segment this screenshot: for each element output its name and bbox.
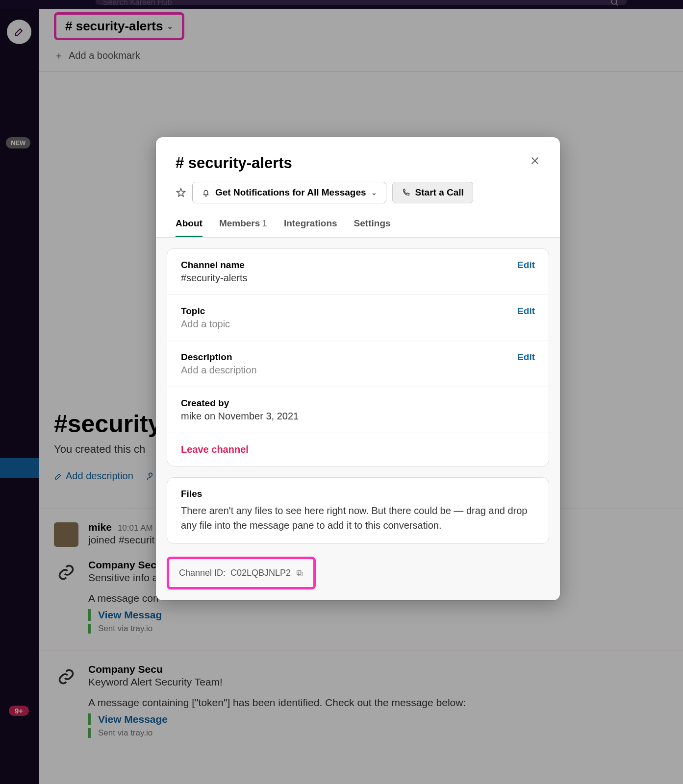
modal-tabs: About Members1 Integrations Settings (156, 213, 560, 238)
tab-integrations[interactable]: Integrations (284, 213, 337, 237)
edit-topic[interactable]: Edit (517, 306, 535, 317)
star-button[interactable] (176, 187, 186, 198)
channel-id-value: C02LQBJNLP2 (230, 568, 291, 578)
description-label: Description (181, 352, 535, 363)
description-placeholder: Add a description (181, 365, 535, 376)
topic-label: Topic (181, 306, 535, 317)
created-by-label: Created by (181, 398, 535, 409)
start-call-button[interactable]: Start a Call (392, 182, 473, 203)
files-label: Files (181, 489, 535, 499)
topic-section[interactable]: Topic Add a topic Edit (167, 294, 549, 341)
notifications-button[interactable]: Get Notifications for All Messages ⌄ (192, 182, 386, 203)
leave-channel-button[interactable]: Leave channel (181, 444, 249, 455)
created-by-section: Created by mike on November 3, 2021 (167, 387, 549, 433)
channel-details-modal: # security-alerts Get Notifications for … (156, 137, 560, 600)
start-call-label: Start a Call (415, 187, 464, 198)
channel-id-label: Channel ID: (179, 568, 226, 578)
channel-name-label: Channel name (181, 260, 535, 270)
close-icon (530, 155, 540, 166)
edit-channel-name[interactable]: Edit (517, 260, 535, 270)
edit-description[interactable]: Edit (517, 352, 535, 363)
tab-about[interactable]: About (176, 213, 202, 237)
leave-channel-section[interactable]: Leave channel (167, 433, 549, 466)
channel-name-value: #security-alerts (181, 272, 535, 284)
bell-icon (202, 188, 210, 197)
phone-icon (402, 188, 410, 197)
close-button[interactable] (530, 155, 540, 166)
tab-members[interactable]: Members1 (219, 213, 267, 237)
channel-info-card: Channel name #security-alerts Edit Topic… (167, 248, 549, 466)
star-icon (176, 187, 186, 198)
channel-name-section[interactable]: Channel name #security-alerts Edit (167, 249, 549, 294)
description-section[interactable]: Description Add a description Edit (167, 341, 549, 387)
svg-rect-2 (298, 572, 302, 576)
files-empty-text: There aren't any files to see here right… (181, 503, 535, 533)
files-card: Files There aren't any files to see here… (167, 477, 549, 544)
copy-icon (296, 569, 304, 577)
chevron-down-icon: ⌄ (371, 189, 377, 196)
modal-title: # security-alerts (176, 154, 530, 172)
created-by-value: mike on November 3, 2021 (181, 411, 535, 422)
notifications-label: Get Notifications for All Messages (215, 187, 366, 198)
channel-id-box: Channel ID: C02LQBJNLP2 (167, 557, 316, 589)
topic-placeholder: Add a topic (181, 318, 535, 330)
svg-rect-3 (297, 570, 301, 574)
copy-channel-id-button[interactable] (296, 569, 304, 577)
tab-settings[interactable]: Settings (354, 213, 391, 237)
